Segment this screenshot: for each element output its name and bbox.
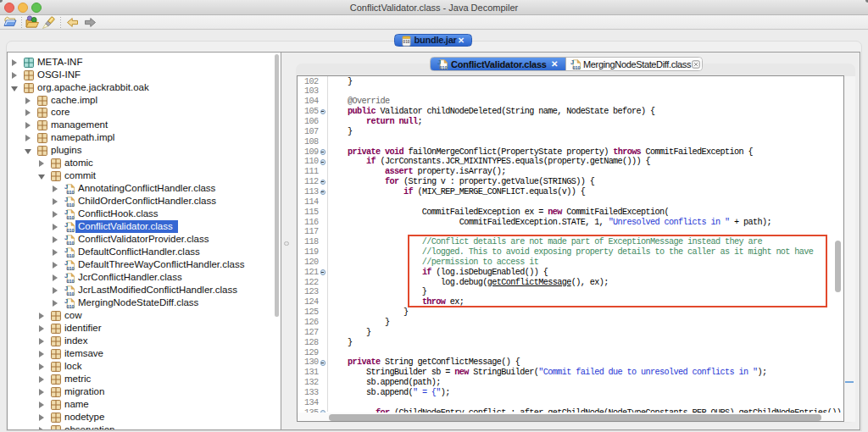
svg-text:010: 010 bbox=[440, 65, 448, 70]
svg-text:010: 010 bbox=[403, 40, 410, 44]
svg-text:010: 010 bbox=[573, 65, 581, 70]
